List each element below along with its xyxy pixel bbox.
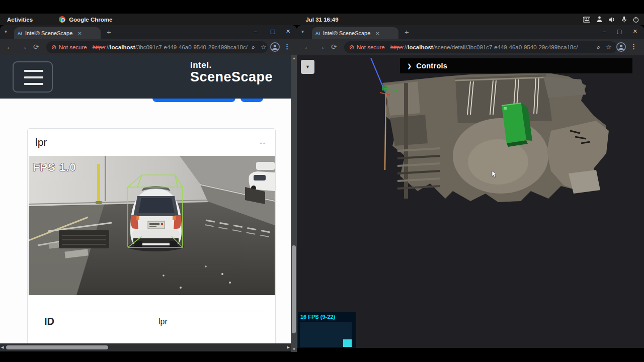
layer-dropdown-button[interactable]: ▼ (301, 60, 314, 74)
volume-icon (609, 17, 615, 23)
forward-button[interactable]: → (20, 43, 27, 51)
camera-feed-image: FPS 1.0 (29, 156, 275, 295)
tab-intel-scenescape[interactable]: AI Intel® SceneScape ✕ (312, 27, 398, 39)
controls-panel-label: Controls (416, 62, 447, 70)
forward-button[interactable]: → (318, 43, 325, 51)
not-secure-icon: ⊘ (349, 44, 354, 51)
reload-button[interactable]: ⟳ (331, 43, 337, 51)
url-path: /scene/detail/3bc091c7-e449-46a0-9540-29… (433, 44, 578, 50)
zoom-level-icon[interactable]: ⌕ (252, 43, 255, 51)
not-secure-chip[interactable]: ⊘ Not secure (349, 44, 385, 51)
scroll-down-icon[interactable]: ▼ (292, 347, 296, 351)
camera-card-status: -- (260, 138, 266, 148)
url-separator: :// (403, 44, 408, 50)
ubuntu-top-bar: Activities Google Chrome Jul 31 16:49 (0, 14, 644, 25)
microphone-icon (622, 16, 626, 23)
browser-menu-icon[interactable]: ⋮ (630, 43, 637, 50)
fps-overlay: FPS 1.0 (33, 161, 76, 173)
not-secure-label: Not secure (357, 44, 385, 50)
profile-avatar-icon[interactable] (270, 42, 280, 52)
intel-logo-text: intel. (190, 60, 273, 70)
tab-strip: ▾ AI Intel® SceneScape ✕ + – ▢ ✕ (0, 25, 297, 39)
scroll-left-icon[interactable]: ◀ (1, 345, 4, 349)
vertical-scrollbar[interactable]: ▲ ▼ (291, 55, 297, 352)
camera-card-title: lpr (35, 136, 47, 148)
url-scheme: https (93, 44, 105, 50)
tab-title: Intel® SceneScape (25, 30, 72, 36)
card-divider (37, 311, 266, 311)
browser-window-camera: ▾ AI Intel® SceneScape ✕ + – ▢ ✕ ← → ⟳ ⊘… (0, 25, 297, 352)
scene-3d-view[interactable] (370, 55, 636, 206)
close-button[interactable]: ✕ (633, 28, 637, 35)
browser-toolbar: ← → ⟳ ⊘ Not secure https://localhost/3bc… (0, 39, 297, 55)
chevron-right-icon: ❯ (407, 63, 412, 69)
maximize-button[interactable]: ▢ (270, 28, 275, 35)
activities-button[interactable]: Activities (7, 17, 33, 23)
not-secure-chip[interactable]: ⊘ Not secure (51, 44, 87, 51)
secondary-action-button[interactable] (240, 99, 263, 102)
tab-close-icon[interactable]: ✕ (77, 31, 82, 36)
scenescape-favicon: AI (315, 31, 320, 36)
horizontal-scroll-thumb[interactable] (6, 345, 108, 349)
keyboard-icon (583, 17, 590, 23)
url-path: /3bc091c7-e449-46a0-9540-29c499bca18c/ (135, 44, 248, 50)
minimize-button[interactable]: – (254, 28, 257, 34)
scenescape-favicon: AI (18, 31, 22, 36)
focused-app-label: Google Chrome (69, 17, 112, 23)
browser-menu-icon[interactable]: ⋮ (284, 43, 290, 50)
bookmark-star-icon[interactable]: ☆ (261, 43, 267, 51)
tab-search-chevron-icon[interactable]: ▾ (5, 29, 7, 34)
zoom-level-icon[interactable]: ⌕ (597, 43, 600, 51)
scroll-right-icon[interactable]: ▶ (287, 345, 290, 349)
fps-graph-bar (343, 339, 352, 347)
scene-3d-page[interactable]: ▼ ❯ Controls 16 FPS (9-22) (297, 55, 644, 348)
reload-button[interactable]: ⟳ (33, 43, 39, 51)
url-host: localhost (408, 44, 433, 50)
minimize-button[interactable]: – (603, 28, 606, 34)
bookmark-star-icon[interactable]: ☆ (606, 43, 612, 51)
url-scheme: https (390, 44, 403, 50)
chrome-logo-icon (59, 16, 65, 23)
scenescape-camera-page: intel. SceneScape lpr -- (0, 55, 297, 352)
table-header-id: ID (44, 316, 54, 327)
power-icon (633, 17, 639, 23)
scenescape-header: intel. SceneScape (0, 55, 291, 99)
browser-window-scene: ▾ AI Intel® SceneScape ✕ + – ▢ ✕ ← → ⟳ ⊘… (297, 25, 644, 348)
address-bar[interactable]: ⊘ Not secure https://localhost/scene/det… (344, 41, 617, 53)
fps-graph (300, 322, 352, 347)
maximize-button[interactable]: ▢ (617, 28, 622, 35)
focused-app-entry[interactable]: Google Chrome (59, 16, 112, 23)
new-tab-button[interactable]: + (107, 28, 111, 36)
table-cell-lpr: lpr (158, 317, 168, 326)
hamburger-menu-button[interactable] (13, 61, 53, 93)
tab-close-icon[interactable]: ✕ (375, 31, 379, 36)
fps-stats-label: 16 FPS (9-22) (298, 312, 356, 320)
user-status-icon (597, 16, 602, 23)
tab-title: Intel® SceneScape (323, 30, 370, 36)
tab-intel-scenescape[interactable]: AI Intel® SceneScape ✕ (14, 27, 101, 39)
primary-action-button[interactable] (152, 99, 235, 102)
back-button[interactable]: ← (304, 43, 311, 51)
system-tray[interactable] (583, 14, 639, 25)
fps-stats-panel[interactable]: 16 FPS (9-22) (298, 312, 356, 348)
tab-search-chevron-icon[interactable]: ▾ (301, 29, 304, 34)
close-button[interactable]: ✕ (286, 28, 290, 35)
back-button[interactable]: ← (6, 43, 13, 51)
new-tab-button[interactable]: + (405, 28, 409, 36)
page-body: lpr -- (0, 99, 291, 343)
browser-toolbar: ← → ⟳ ⊘ Not secure https://localhost/sce… (297, 39, 644, 55)
controls-panel-header[interactable]: ❯ Controls (400, 58, 632, 73)
clock[interactable]: Jul 31 16:49 (305, 17, 338, 23)
url-separator: :// (105, 44, 110, 50)
not-secure-icon: ⊘ (51, 44, 56, 51)
scenescape-logo: intel. SceneScape (190, 60, 273, 85)
url-text: https://localhost/scene/detail/3bc091c7-… (390, 44, 578, 50)
scroll-up-icon[interactable]: ▲ (292, 56, 296, 60)
horizontal-scrollbar[interactable]: ◀ ▶ (0, 343, 291, 351)
url-text: https://localhost/3bc091c7-e449-46a0-954… (93, 44, 248, 50)
vertical-scroll-thumb[interactable] (292, 245, 296, 333)
camera-card-lpr: lpr -- (27, 128, 276, 343)
not-secure-label: Not secure (59, 44, 87, 50)
address-bar[interactable]: ⊘ Not secure https://localhost/3bc091c7-… (46, 41, 268, 53)
profile-avatar-icon[interactable] (616, 42, 626, 52)
